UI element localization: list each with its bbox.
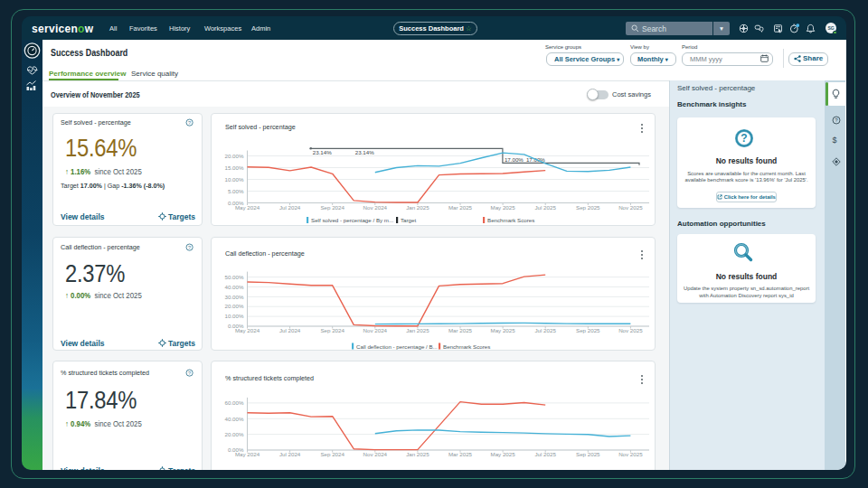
- svg-text:May 2025: May 2025: [491, 204, 516, 211]
- svg-text:Sep 2025: Sep 2025: [576, 451, 600, 457]
- svg-text:Jan 2025: Jan 2025: [406, 204, 429, 211]
- svg-text:Sep 2025: Sep 2025: [576, 327, 600, 333]
- svg-text:?: ?: [188, 120, 191, 126]
- svg-text:Nov 2025: Nov 2025: [618, 204, 643, 211]
- svg-text:Nov 2025: Nov 2025: [618, 327, 643, 333]
- svg-text:Sep 2025: Sep 2025: [576, 204, 600, 211]
- svg-text:40.00%: 40.00%: [225, 284, 244, 290]
- svg-text:60.00%: 60.00%: [225, 399, 244, 406]
- svg-text:15.00%: 15.00%: [225, 164, 244, 171]
- svg-text:Sep 2024: Sep 2024: [320, 204, 344, 211]
- svg-text:10.00%: 10.00%: [225, 176, 244, 183]
- svg-text:23.14%: 23.14%: [313, 149, 332, 155]
- svg-text:Nov 2025: Nov 2025: [618, 451, 643, 457]
- svg-text:Mar 2025: Mar 2025: [448, 451, 473, 457]
- svg-text:May 2024: May 2024: [235, 451, 260, 457]
- svg-text:Nov 2024: Nov 2024: [363, 204, 388, 211]
- svg-text:Jul 2025: Jul 2025: [534, 327, 556, 333]
- svg-text:20.00%: 20.00%: [225, 431, 244, 437]
- svg-text:23.14%: 23.14%: [355, 149, 374, 155]
- svg-text:Sep 2024: Sep 2024: [320, 327, 344, 333]
- svg-text:?: ?: [188, 371, 191, 376]
- svg-text:Jan 2025: Jan 2025: [406, 451, 429, 457]
- svg-text:May 2024: May 2024: [235, 327, 260, 333]
- svg-text:Benchmark Scores: Benchmark Scores: [487, 217, 534, 223]
- svg-text:Jul 2025: Jul 2025: [534, 204, 556, 211]
- svg-text:Target: Target: [401, 217, 416, 223]
- svg-text:Call deflection - percentage /: Call deflection - percentage / B...: [356, 343, 438, 350]
- svg-text:?: ?: [188, 245, 191, 250]
- svg-text:Jul 2024: Jul 2024: [279, 204, 301, 211]
- svg-text:10.00%: 10.00%: [225, 313, 244, 319]
- svg-text:Mar 2025: Mar 2025: [448, 327, 473, 333]
- svg-text:Sep 2024: Sep 2024: [320, 451, 344, 457]
- svg-text:?: ?: [741, 132, 747, 145]
- svg-text:40.00%: 40.00%: [225, 416, 244, 422]
- svg-text:?: ?: [835, 117, 838, 123]
- svg-text:Jul 2025: Jul 2025: [534, 451, 556, 457]
- svg-text:17.00%: 17.00%: [505, 156, 524, 163]
- svg-text:5.00%: 5.00%: [228, 188, 244, 194]
- svg-text:Jul 2024: Jul 2024: [279, 327, 301, 333]
- svg-text:Benchmark Scores: Benchmark Scores: [443, 343, 490, 350]
- svg-text:20.00%: 20.00%: [225, 303, 244, 309]
- svg-text:Nov 2024: Nov 2024: [363, 327, 388, 333]
- svg-text:Jul 2024: Jul 2024: [279, 451, 301, 457]
- svg-text:May 2024: May 2024: [235, 204, 260, 211]
- svg-text:30.00%: 30.00%: [225, 294, 244, 300]
- svg-text:May 2025: May 2025: [491, 451, 516, 457]
- svg-text:20.00%: 20.00%: [225, 153, 244, 159]
- svg-text:May 2025: May 2025: [491, 327, 516, 333]
- svg-text:Jan 2025: Jan 2025: [406, 327, 429, 333]
- svg-text:50.00%: 50.00%: [225, 274, 244, 280]
- svg-text:Nov 2024: Nov 2024: [363, 451, 388, 457]
- svg-text:Self solved - percentage / By: Self solved - percentage / By m...: [311, 217, 393, 223]
- svg-text:Mar 2025: Mar 2025: [448, 204, 473, 211]
